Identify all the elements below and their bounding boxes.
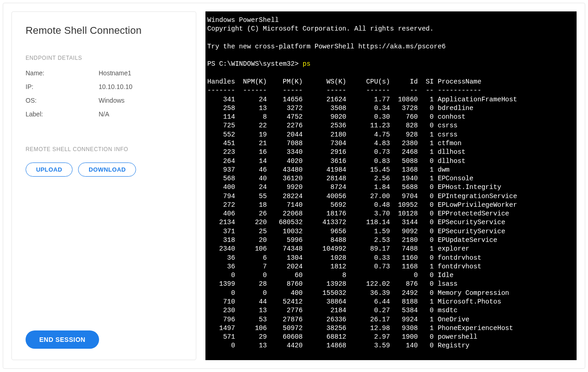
detail-row-name: Name: Hostname1: [26, 69, 182, 77]
detail-val: 10.10.10.10: [99, 83, 132, 90]
button-row: UPLOAD DOWNLOAD: [26, 162, 182, 177]
detail-row-ip: IP: 10.10.10.10: [26, 83, 182, 90]
terminal-output[interactable]: Windows PowerShell Copyright (C) Microso…: [205, 11, 577, 360]
sidebar-panel: Remote Shell Connection ENDPOINT DETAILS…: [11, 11, 196, 360]
download-button[interactable]: DOWNLOAD: [78, 162, 136, 177]
detail-val: Hostname1: [99, 69, 131, 77]
panel-title: Remote Shell Connection: [26, 25, 182, 37]
detail-key: Label:: [26, 110, 99, 118]
upload-button[interactable]: UPLOAD: [26, 162, 73, 177]
section-connection-info-label: REMOTE SHELL CONNECTION INFO: [26, 146, 182, 152]
detail-val: N/A: [99, 110, 109, 118]
app-container: Remote Shell Connection ENDPOINT DETAILS…: [3, 3, 585, 369]
detail-row-label: Label: N/A: [26, 110, 182, 118]
end-session-button[interactable]: END SESSION: [26, 330, 99, 349]
detail-key: IP:: [26, 83, 99, 90]
detail-key: Name:: [26, 69, 99, 77]
detail-key: OS:: [26, 97, 99, 104]
detail-val: Windows: [99, 97, 125, 104]
detail-row-os: OS: Windows: [26, 97, 182, 104]
section-endpoint-details-label: ENDPOINT DETAILS: [26, 55, 182, 61]
